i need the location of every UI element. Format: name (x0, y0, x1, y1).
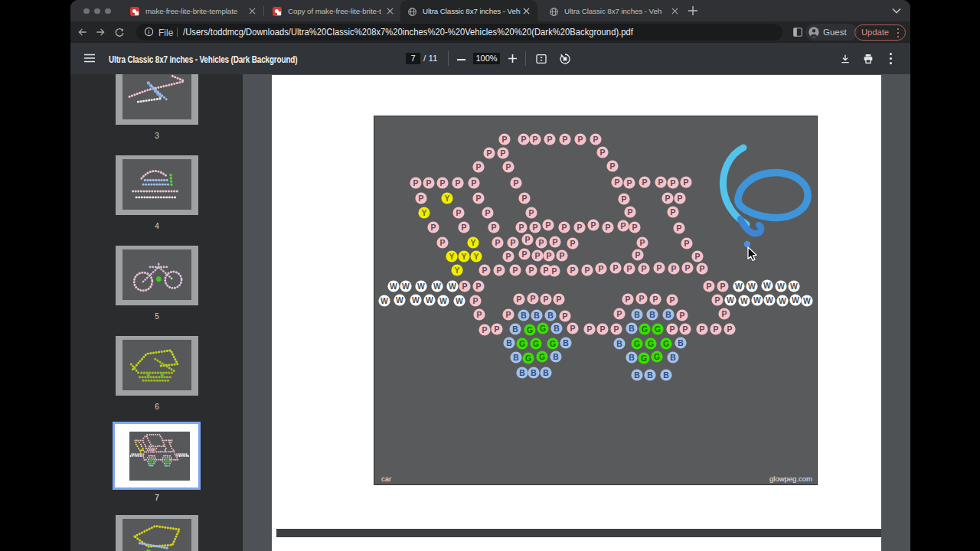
svg-text:P: P (522, 194, 528, 203)
svg-text:P: P (627, 265, 632, 273)
svg-text:B: B (512, 325, 518, 334)
svg-text:P: P (678, 194, 683, 203)
svg-text:W: W (426, 296, 433, 305)
svg-text:Y: Y (455, 266, 460, 275)
svg-text:W: W (740, 297, 748, 305)
svg-text:P: P (587, 325, 593, 334)
svg-text:W: W (735, 282, 743, 291)
svg-text:P: P (599, 265, 604, 273)
svg-text:P: P (519, 223, 524, 232)
svg-text:P: P (700, 325, 705, 334)
svg-text:P: P (635, 251, 641, 259)
svg-text:B: B (678, 339, 684, 347)
svg-text:P: P (727, 325, 733, 334)
svg-text:B: B (519, 369, 525, 377)
svg-text:B: B (616, 340, 622, 348)
svg-text:P: P (570, 266, 576, 275)
svg-text:P: P (477, 311, 482, 319)
svg-text:P: P (615, 178, 620, 187)
svg-text:G: G (539, 353, 545, 361)
svg-text:P: P (677, 224, 682, 233)
svg-text:P: P (533, 135, 538, 144)
svg-text:W: W (412, 296, 420, 305)
svg-text:G: G (533, 340, 539, 348)
svg-text:P: P (485, 209, 491, 217)
svg-text:P: P (506, 253, 511, 261)
svg-text:P: P (610, 162, 616, 171)
svg-text:W: W (803, 297, 811, 305)
svg-text:P: P (513, 266, 518, 275)
svg-text:P: P (714, 325, 719, 334)
svg-text:G: G (641, 354, 647, 363)
svg-text:Y: Y (445, 194, 450, 203)
svg-text:P: P (600, 148, 606, 157)
svg-text:P: P (482, 326, 488, 334)
svg-text:P: P (521, 135, 527, 144)
svg-text:P: P (462, 223, 467, 232)
svg-text:P: P (531, 295, 536, 303)
svg-text:P: P (642, 265, 647, 273)
svg-text:P: P (440, 179, 446, 187)
svg-text:W: W (417, 282, 425, 291)
svg-text:P: P (680, 311, 685, 320)
svg-text:P: P (502, 135, 508, 144)
svg-text:B: B (506, 339, 512, 347)
svg-text:P: P (419, 194, 424, 203)
svg-text:P: P (557, 295, 562, 304)
svg-text:P: P (560, 252, 565, 260)
svg-text:P: P (613, 264, 619, 272)
svg-text:B: B (543, 369, 549, 377)
svg-text:B: B (534, 311, 540, 320)
svg-text:P: P (628, 208, 633, 217)
svg-text:G: G (519, 340, 525, 348)
svg-text:P: P (462, 282, 468, 291)
svg-text:P: P (553, 238, 558, 246)
svg-text:P: P (487, 149, 492, 158)
svg-text:P: P (544, 295, 549, 304)
svg-text:P: P (671, 265, 677, 273)
svg-text:car: car (381, 474, 391, 483)
svg-text:P: P (593, 135, 599, 144)
svg-text:P: P (657, 264, 662, 272)
svg-text:P: P (570, 240, 576, 248)
svg-text:P: P (639, 295, 645, 303)
svg-text:P: P (514, 179, 519, 187)
svg-text:W: W (748, 282, 756, 291)
svg-text:W: W (402, 282, 410, 291)
svg-text:W: W (449, 282, 456, 291)
svg-text:B: B (629, 324, 635, 333)
svg-text:Y: Y (449, 253, 455, 261)
svg-text:P: P (722, 310, 727, 318)
svg-text:P: P (522, 250, 528, 259)
svg-text:W: W (433, 282, 441, 291)
svg-text:P: P (665, 194, 671, 203)
svg-text:B: B (547, 311, 554, 320)
svg-text:P: P (440, 239, 446, 247)
svg-text:P: P (700, 265, 705, 273)
svg-text:B: B (670, 354, 676, 362)
svg-text:B: B (665, 311, 671, 319)
svg-text:P: P (632, 223, 638, 232)
svg-text:P: P (617, 310, 622, 318)
svg-text:B: B (634, 371, 640, 380)
svg-text:P: P (622, 195, 627, 204)
svg-text:P: P (456, 179, 461, 187)
svg-text:W: W (727, 296, 734, 305)
svg-text:P: P (658, 178, 664, 187)
svg-text:G: G (527, 326, 533, 334)
svg-text:P: P (413, 179, 419, 187)
svg-text:P: P (533, 223, 538, 232)
svg-text:P: P (456, 209, 462, 217)
svg-text:P: P (585, 266, 590, 275)
svg-text:P: P (577, 223, 583, 232)
svg-text:P: P (501, 149, 506, 158)
svg-text:W: W (777, 282, 785, 291)
svg-text:P: P (683, 325, 688, 334)
svg-text:P: P (497, 266, 502, 275)
svg-text:P: P (640, 239, 645, 247)
svg-text:P: P (600, 325, 606, 334)
svg-text:P: P (544, 266, 549, 275)
svg-text:Y: Y (422, 209, 427, 217)
svg-text:P: P (476, 282, 482, 291)
svg-text:P: P (670, 325, 675, 334)
